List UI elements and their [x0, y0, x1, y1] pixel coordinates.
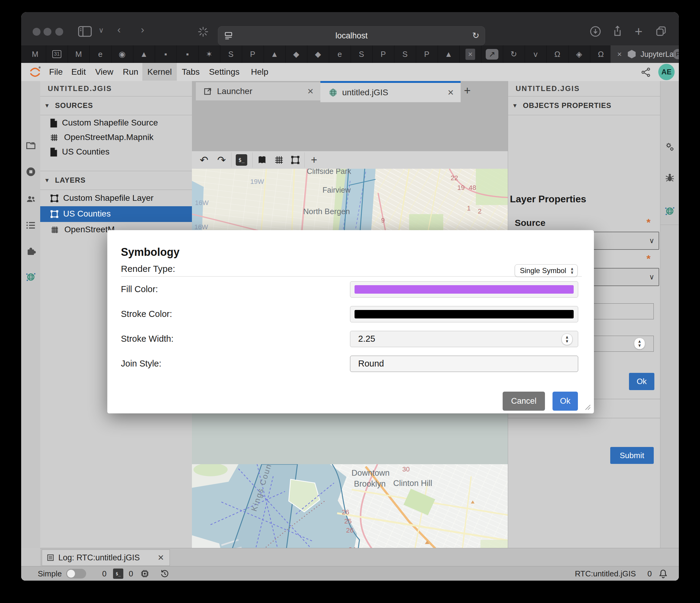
close-tab-icon[interactable]: ✕: [447, 88, 454, 97]
objects-properties-header[interactable]: ▾ OBJECTS PROPERTIES: [508, 96, 660, 115]
share-icon[interactable]: [611, 25, 624, 38]
source-item[interactable]: Custom Shapefile Source: [40, 116, 192, 130]
close-tab-icon[interactable]: ×: [617, 50, 622, 59]
back-button[interactable]: ‹: [117, 24, 121, 34]
jgis-globe-icon[interactable]: [664, 206, 675, 217]
dialog-ok-button[interactable]: Ok: [552, 392, 578, 411]
stepper-buttons[interactable]: ∧∨: [634, 338, 645, 349]
property-inspector-gears-icon[interactable]: [664, 142, 675, 152]
menu-settings[interactable]: Settings: [208, 63, 241, 81]
log-tab[interactable]: Log: RTC:untitled.jGIS ✕: [42, 550, 170, 566]
source-item[interactable]: US Counties: [40, 145, 192, 159]
history-icon[interactable]: [159, 569, 170, 579]
forward-button[interactable]: ›: [141, 24, 144, 34]
bell-icon[interactable]: [658, 568, 669, 579]
menu-run[interactable]: Run: [122, 63, 140, 81]
join-style-select[interactable]: Round: [350, 356, 578, 372]
layers-section-header[interactable]: ▾ LAYERS: [40, 171, 192, 190]
minimize-window-button[interactable]: [44, 28, 51, 36]
close-window-button[interactable]: [33, 28, 41, 36]
bookmark-icon[interactable]: S: [394, 45, 416, 63]
fill-color-input[interactable]: [350, 281, 578, 297]
sidebar-chevron-icon[interactable]: ∨: [99, 27, 104, 34]
source-item[interactable]: OpenStreetMap.Mapnik: [40, 130, 192, 145]
add-layer-button[interactable]: +: [308, 154, 320, 166]
vector-square-icon[interactable]: [289, 154, 301, 166]
layer-item[interactable]: Custom Shapefile Layer: [40, 191, 192, 206]
bookmark-icon[interactable]: S: [220, 45, 242, 63]
raster-grid-icon[interactable]: [273, 154, 285, 166]
table-of-contents-icon[interactable]: [25, 220, 36, 231]
bookmark-icon[interactable]: v: [525, 45, 547, 63]
close-tab-icon[interactable]: ✕: [307, 87, 314, 96]
bookmark-icon[interactable]: ▲: [264, 45, 285, 63]
bookmark-icon[interactable]: P: [416, 45, 438, 63]
submit-button[interactable]: Submit: [610, 447, 654, 464]
file-browser-icon[interactable]: [25, 140, 36, 151]
bookmark-icon[interactable]: Ω: [547, 45, 569, 63]
undo-icon[interactable]: ↶: [198, 154, 210, 166]
tab-overview-icon[interactable]: [655, 25, 667, 38]
avatar[interactable]: AE: [658, 64, 675, 80]
stepper-buttons[interactable]: ∧∨: [561, 334, 572, 345]
bookmark-icon[interactable]: ✶: [198, 45, 220, 63]
resize-handle[interactable]: [584, 404, 591, 410]
running-kernels-icon[interactable]: [25, 166, 36, 177]
redo-icon[interactable]: ↷: [216, 154, 228, 166]
menu-help[interactable]: Help: [249, 63, 270, 81]
bookmark-icon[interactable]: ▲: [438, 45, 460, 63]
add-tab-button[interactable]: +: [464, 84, 471, 97]
bookmark-icon[interactable]: ◆: [307, 45, 329, 63]
bookmark-icon[interactable]: ◆: [285, 45, 307, 63]
stroke-color-input[interactable]: [350, 306, 578, 322]
collaboration-icon[interactable]: [25, 194, 36, 204]
address-bar[interactable]: localhost ↻: [218, 26, 485, 45]
browser-tab-jupyterlab[interactable]: × JupyterLab: [610, 45, 679, 63]
tab-launcher[interactable]: Launcher ✕: [196, 82, 321, 100]
ok-button[interactable]: Ok: [629, 373, 654, 390]
bookmark-icon[interactable]: M: [68, 45, 90, 63]
bookmark-icon[interactable]: Ω: [590, 45, 612, 63]
jgis-globe-icon[interactable]: [25, 271, 36, 283]
bookmark-icon[interactable]: ◈: [568, 45, 590, 63]
bookmark-icon[interactable]: P: [242, 45, 264, 63]
bookmark-icon[interactable]: ↗: [481, 45, 503, 63]
menu-file[interactable]: File: [47, 63, 65, 81]
basemap-book-icon[interactable]: [256, 154, 268, 166]
bookmark-icon[interactable]: ◉: [111, 45, 133, 63]
bookmark-icon[interactable]: ▪: [176, 45, 199, 63]
bookmark-icon[interactable]: ▪: [155, 45, 177, 63]
debugger-bug-icon[interactable]: [664, 172, 675, 183]
share-document-icon[interactable]: [640, 67, 652, 78]
bookmark-icon[interactable]: S: [351, 45, 373, 63]
downloads-icon[interactable]: [590, 25, 601, 38]
menu-tabs[interactable]: Tabs: [181, 63, 201, 81]
cancel-button[interactable]: Cancel: [503, 392, 545, 411]
stroke-width-input[interactable]: 2.25 ∧∨: [350, 331, 578, 347]
new-tab-button[interactable]: +: [635, 25, 643, 38]
bookmark-icon[interactable]: e: [90, 45, 111, 63]
bookmark-icon[interactable]: M: [24, 45, 46, 63]
terminal-status-icon[interactable]: $_: [113, 569, 123, 579]
close-log-icon[interactable]: ✕: [157, 553, 164, 562]
tab-untitled-jgis[interactable]: untitled.jGIS ✕: [320, 81, 460, 102]
menu-view[interactable]: View: [94, 63, 115, 81]
simple-mode-toggle[interactable]: [66, 569, 86, 579]
layer-item-selected[interactable]: US Counties: [40, 206, 192, 222]
sidebar-toggle-icon[interactable]: [78, 26, 92, 37]
extensions-icon[interactable]: [25, 246, 36, 257]
bookmark-icon[interactable]: ↻: [503, 45, 525, 63]
kernel-chip-icon[interactable]: [140, 569, 150, 579]
menu-edit[interactable]: Edit: [70, 63, 88, 81]
sources-section-header[interactable]: ▾ SOURCES: [40, 96, 192, 115]
bookmark-icon[interactable]: ▲: [133, 45, 155, 63]
terminal-console-icon[interactable]: $_: [235, 154, 248, 166]
bookmark-icon[interactable]: e: [329, 45, 351, 63]
render-type-select[interactable]: Single Symbol ∧∨: [515, 264, 578, 277]
reload-icon[interactable]: ↻: [472, 30, 479, 41]
menu-kernel[interactable]: Kernel: [142, 63, 177, 81]
zoom-window-button[interactable]: [55, 28, 63, 36]
bookmark-icon[interactable]: P: [372, 45, 395, 63]
bookmark-icon[interactable]: ×: [459, 45, 481, 63]
bookmark-icon[interactable]: 31: [46, 45, 68, 63]
